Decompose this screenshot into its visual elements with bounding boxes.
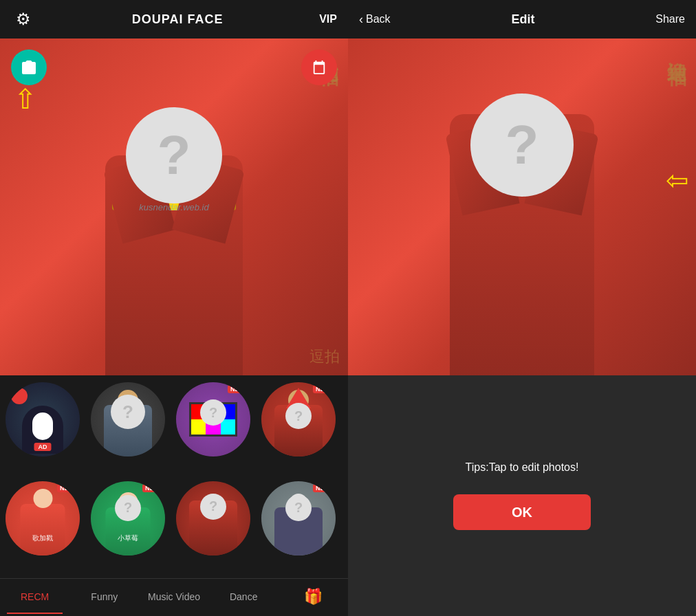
thumbnails-grid: AD ? ? [0, 375, 348, 578]
thumbnail-item-3[interactable]: ? NEW [176, 382, 250, 456]
ok-button[interactable]: OK [453, 494, 591, 530]
thumb-question-4: ? [294, 408, 303, 424]
left-bottom-panel: AD ? ? [0, 375, 348, 616]
right-arrow-annotation: ⇦ [666, 164, 689, 196]
tab-funny[interactable]: Funny [69, 579, 139, 614]
tab-dance[interactable]: Dance [209, 579, 279, 614]
thumbnail-item-6[interactable]: ? 小草莓 NEW [91, 481, 165, 556]
thumb-badge-ad: AD [34, 443, 52, 451]
thumb-question-3: ? [209, 405, 217, 421]
share-button[interactable]: Share [655, 13, 685, 25]
calendar-icon [312, 60, 327, 75]
watermark-text: kusnendar.web.id [139, 202, 208, 212]
right-video-area[interactable]: ? ⇦ [348, 38, 696, 375]
thumbnail-item-4[interactable]: ? NEW [261, 382, 336, 456]
camera-icon [21, 60, 37, 74]
thumb-label-6: 小草莓 [118, 534, 138, 543]
thumbnail-item-5[interactable]: 歌加戳 NEW [6, 481, 80, 556]
right-header: ‹ Back Edit Share [348, 0, 696, 38]
right-panel: ‹ Back Edit Share ? ⇦ Tips:Tap to edit p… [348, 0, 696, 616]
gift-icon: 🎁 [304, 588, 323, 606]
chevron-left-icon: ‹ [359, 12, 363, 27]
thumb-badge-5: NEW [57, 484, 77, 492]
right-video-background: ? ⇦ [348, 38, 696, 375]
tab-recm[interactable]: RECM [0, 579, 69, 614]
right-bottom-panel: Tips:Tap to edit photos! OK [348, 375, 696, 616]
right-face-placeholder[interactable]: ? [470, 94, 574, 197]
thumb-badge-6: NEW [142, 484, 162, 492]
left-header: ⚙ DOUPAI FACE VIP [0, 0, 348, 38]
thumb-question-2: ? [122, 402, 133, 423]
right-question-mark-icon: ? [505, 113, 539, 177]
tab-gift[interactable]: 🎁 [279, 579, 348, 614]
left-panel: ⚙ DOUPAI FACE VIP ⇧ ? [0, 0, 348, 616]
thumbnail-item-1[interactable]: AD [6, 382, 80, 456]
up-arrow-annotation: ⇧ [14, 85, 37, 113]
thumb-badge-3: NEW [228, 385, 248, 393]
category-tabs: RECM Funny Music Video Dance 🎁 [0, 578, 348, 614]
left-face-placeholder[interactable]: ? [126, 107, 222, 204]
app-title: DOUPAI FACE [132, 12, 224, 27]
thumb-question-6: ? [124, 500, 132, 516]
left-video-area[interactable]: ⇧ ? kusnendar.web.id [0, 38, 348, 375]
thumbnail-item-8[interactable]: ? NEW [261, 481, 336, 556]
question-mark-icon: ? [157, 124, 191, 187]
edit-title: Edit [511, 12, 534, 27]
back-button[interactable]: ‹ Back [359, 12, 391, 27]
thumb-question-7: ? [209, 498, 217, 514]
thumb-badge-4: NEW [313, 385, 333, 393]
camera-button[interactable] [11, 50, 47, 85]
back-label: Back [366, 13, 391, 25]
settings-icon[interactable]: ⚙ [11, 7, 36, 32]
thumbnail-item-2[interactable]: ? [91, 382, 165, 456]
thumb-label-5: 歌加戳 [32, 534, 53, 543]
thumb-question-8: ? [294, 500, 303, 516]
calendar-button[interactable] [301, 50, 337, 85]
thumb-badge-8: NEW [313, 484, 333, 492]
vip-label[interactable]: VIP [319, 13, 337, 25]
tips-text: Tips:Tap to edit photos! [466, 461, 579, 474]
thumbnail-item-7[interactable]: ? [176, 481, 250, 556]
left-video-background: ⇧ ? kusnendar.web.id [0, 38, 348, 375]
tab-music-video[interactable]: Music Video [139, 579, 208, 614]
